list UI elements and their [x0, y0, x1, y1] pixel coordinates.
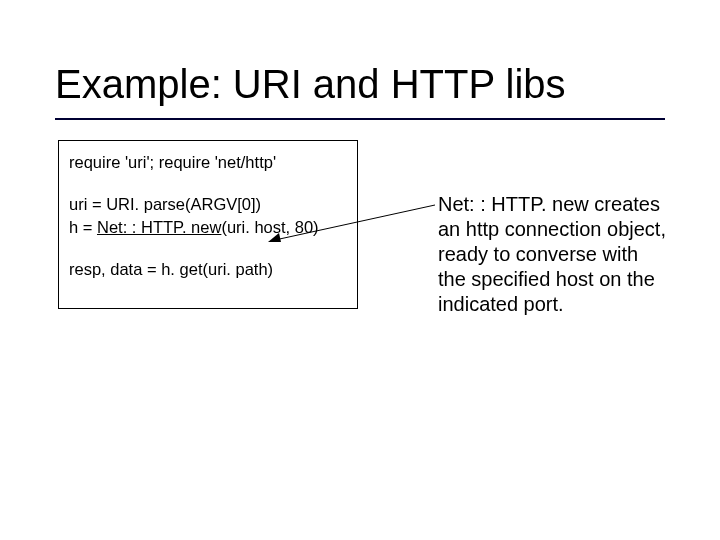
- annotation-text: Net: : HTTP. new creates an http connect…: [438, 192, 668, 317]
- code-line-3: h = Net: : HTTP. new(uri. host, 80): [69, 216, 347, 238]
- code-line-2: uri = URI. parse(ARGV[0]): [69, 193, 347, 215]
- code-line-4: resp, data = h. get(uri. path): [69, 258, 347, 280]
- code-box: require 'uri'; require 'net/http' uri = …: [58, 140, 358, 309]
- title-underline: [55, 118, 665, 120]
- code-line-1: require 'uri'; require 'net/http': [69, 151, 347, 173]
- slide-title: Example: URI and HTTP libs: [55, 62, 566, 107]
- code-line-3-method: Net: : HTTP. new: [97, 218, 221, 236]
- annotation-lead: Net: : HTTP. new: [438, 193, 589, 215]
- code-line-3-prefix: h =: [69, 218, 97, 236]
- code-line-3-suffix: (uri. host, 80): [221, 218, 318, 236]
